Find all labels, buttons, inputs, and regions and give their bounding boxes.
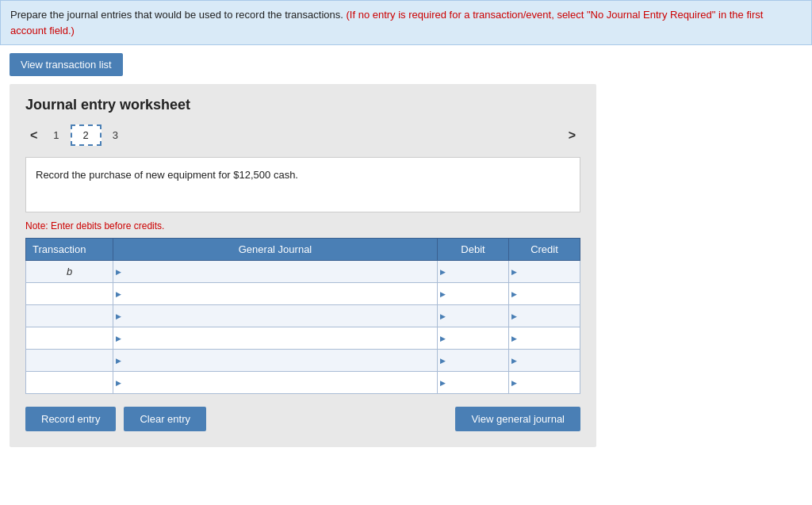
table-row [26, 305, 580, 327]
table-row [26, 372, 580, 394]
table-row [26, 327, 580, 350]
cell-journal-5[interactable] [113, 372, 438, 394]
cell-debit-4[interactable] [438, 350, 509, 372]
view-transaction-list-button[interactable]: View transaction list [10, 53, 123, 76]
input-journal-3[interactable] [124, 332, 432, 344]
view-general-journal-button[interactable]: View general journal [455, 407, 580, 431]
col-header-general-journal: General Journal [113, 239, 438, 261]
tab-1[interactable]: 1 [42, 126, 70, 144]
cell-credit-3[interactable] [509, 327, 580, 350]
actions-row: Record entry Clear entry View general jo… [25, 407, 580, 431]
input-journal-2[interactable] [124, 310, 432, 322]
input-credit-1[interactable] [520, 288, 575, 300]
cell-debit-5[interactable] [438, 372, 509, 394]
cell-transaction-5 [26, 372, 113, 394]
input-debit-3[interactable] [449, 332, 504, 344]
cell-credit-0[interactable] [509, 261, 580, 283]
col-header-credit: Credit [509, 239, 580, 261]
input-credit-0[interactable] [520, 266, 575, 277]
worksheet-container: Journal entry worksheet < 1 2 3 > Record… [10, 84, 596, 447]
tab-3[interactable]: 3 [102, 126, 129, 144]
clear-entry-button[interactable]: Clear entry [124, 407, 206, 431]
cell-credit-1[interactable] [509, 283, 580, 305]
input-debit-0[interactable] [449, 266, 504, 277]
cell-credit-2[interactable] [509, 305, 580, 327]
table-row [26, 283, 580, 305]
input-credit-4[interactable] [520, 354, 575, 366]
record-entry-button[interactable]: Record entry [25, 407, 116, 431]
cell-journal-0[interactable] [113, 261, 438, 283]
transaction-description: Record the purchase of new equipment for… [25, 157, 580, 212]
input-journal-0[interactable] [124, 266, 432, 277]
input-debit-5[interactable] [449, 377, 504, 388]
cell-debit-1[interactable] [438, 283, 509, 305]
cell-transaction-0: b [26, 261, 113, 283]
cell-debit-3[interactable] [438, 327, 509, 350]
cell-transaction-2 [26, 305, 113, 327]
top-toolbar: View transaction list [0, 45, 812, 84]
cell-journal-4[interactable] [113, 350, 438, 372]
instruction-bar: Prepare the journal entries that would b… [0, 0, 812, 45]
cell-journal-3[interactable] [113, 327, 438, 350]
note-text: Note: Enter debits before credits. [25, 220, 580, 231]
cell-transaction-3 [26, 327, 113, 350]
cell-transaction-4 [26, 350, 113, 372]
cell-journal-2[interactable] [113, 305, 438, 327]
journal-table: Transaction General Journal Debit Credit… [25, 238, 580, 394]
input-debit-1[interactable] [449, 288, 504, 300]
cell-journal-1[interactable] [113, 283, 438, 305]
tabs-row: < 1 2 3 > [25, 124, 580, 146]
prev-tab-button[interactable]: < [25, 127, 42, 144]
input-journal-4[interactable] [124, 354, 432, 366]
instruction-main-text: Prepare the journal entries that would b… [10, 9, 343, 21]
input-journal-1[interactable] [124, 288, 432, 300]
next-tab-button[interactable]: > [564, 127, 580, 144]
table-row: b [26, 261, 580, 283]
cell-debit-0[interactable] [438, 261, 509, 283]
col-header-transaction: Transaction [26, 239, 113, 261]
input-debit-4[interactable] [449, 354, 504, 366]
description-text: Record the purchase of new equipment for… [36, 169, 298, 181]
input-credit-5[interactable] [520, 377, 575, 388]
input-journal-5[interactable] [124, 377, 432, 388]
col-header-debit: Debit [438, 239, 509, 261]
worksheet-title: Journal entry worksheet [25, 97, 580, 113]
cell-credit-5[interactable] [509, 372, 580, 394]
cell-transaction-1 [26, 283, 113, 305]
cell-credit-4[interactable] [509, 350, 580, 372]
input-credit-2[interactable] [520, 310, 575, 322]
cell-debit-2[interactable] [438, 305, 509, 327]
input-debit-2[interactable] [449, 310, 504, 322]
tab-2[interactable]: 2 [71, 124, 102, 146]
input-credit-3[interactable] [520, 332, 575, 344]
table-row [26, 350, 580, 372]
